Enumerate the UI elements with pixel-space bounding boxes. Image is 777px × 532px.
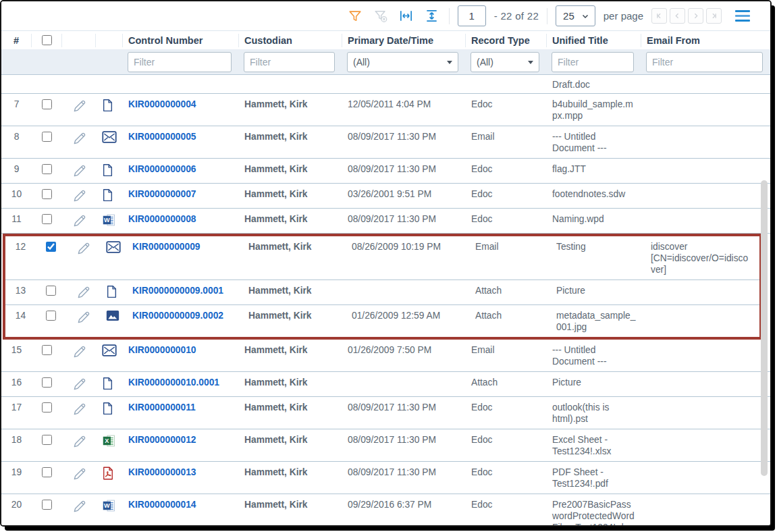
table-row: 14KIR0000000009.0002Hammett, Kirk01/26/2… [5,305,759,337]
record-type: Email [466,126,547,147]
table-row: 16KIR0000000010.0001Hammett, KirkAttachP… [1,372,770,397]
unified-title: flag.JTT [547,159,641,179]
custodian-filter-input[interactable] [244,52,335,72]
record-type-filter-select[interactable]: (All) [471,52,539,72]
control-number-link[interactable]: KIR0000000009.0002 [132,311,223,321]
unified-title-filter-input[interactable] [552,52,634,72]
row-checkbox[interactable] [42,500,52,510]
previous-page-button[interactable] [670,8,685,24]
primary-date-filter-select[interactable]: (All) [347,52,458,72]
record-type: Attach [470,280,551,300]
row-checkbox[interactable] [42,467,52,477]
custodian: Hammett, Kirk [239,462,342,482]
email-from [641,209,770,217]
control-number-link[interactable]: KIR0000000010 [128,345,196,355]
control-number-link[interactable]: KIR0000000013 [128,467,196,477]
table-row: 18XKIR0000000012Hammett, Kirk08/09/2017 … [1,429,770,462]
fit-column-width-icon[interactable] [398,7,415,25]
next-page-button[interactable] [688,8,703,24]
column-header-number[interactable]: # [1,34,32,47]
custodian: Hammett, Kirk [239,126,342,147]
edit-icon[interactable] [72,467,87,482]
column-header-record-type[interactable]: Record Type [466,34,547,47]
custodian: Hammett, Kirk [243,236,346,257]
control-number-link[interactable]: KIR0000000009 [132,242,200,252]
record-type: Email [470,236,551,257]
select-all-checkbox[interactable] [42,35,52,45]
control-number-link[interactable]: KIR0000000014 [128,500,196,510]
row-checkbox[interactable] [46,286,56,296]
table-row: 8KIR0000000005Hammett, Kirk08/09/2017 11… [1,126,770,159]
row-checkbox[interactable] [46,311,56,321]
control-number-link[interactable]: KIR0000000007 [128,189,196,199]
row-checkbox[interactable] [42,164,52,174]
control-number-link[interactable]: KIR0000000010.0001 [128,377,219,388]
grid-menu-icon[interactable] [735,10,750,22]
edit-icon[interactable] [72,188,87,204]
edit-icon[interactable] [72,402,87,417]
control-number-link[interactable]: KIR0000000006 [128,164,196,174]
vertical-scrollbar-thumb[interactable] [761,180,768,476]
row-checkbox[interactable] [42,377,52,388]
custodian: Hammett, Kirk [239,209,342,229]
table-row: 19KIR0000000013Hammett, Kirk08/09/2017 1… [1,462,770,494]
row-checkbox[interactable] [42,402,52,413]
edit-icon[interactable] [76,241,91,257]
column-header-email-from[interactable]: Email From [641,34,770,47]
row-checkbox[interactable] [42,132,52,142]
unified-title: metadata_sample_001.jpg [551,305,645,337]
record-type: Edoc [466,429,547,450]
column-header-filetype [96,34,123,47]
control-number-link[interactable]: KIR0000000011 [128,402,196,413]
edit-icon[interactable] [72,434,87,450]
filter-clear-icon[interactable] [372,7,390,25]
last-page-button[interactable] [706,8,722,24]
control-number-filter-input[interactable] [128,52,232,72]
edit-icon[interactable] [72,163,87,179]
custodian: Hammett, Kirk [239,494,342,514]
email-from [641,494,770,503]
primary-date: 03/26/2001 9:51 PM [342,184,466,204]
row-checkbox[interactable] [42,189,52,199]
filter-funnel-icon[interactable] [346,7,364,25]
edit-icon[interactable] [72,131,87,147]
record-type: Attach [466,372,547,392]
row-number: 15 [1,340,32,360]
edit-icon[interactable] [76,310,91,325]
table-row: 20WKIR0000000014Hammett, Kirk09/29/2016 … [1,494,770,527]
row-checkbox[interactable] [42,345,52,355]
row-checkbox[interactable] [42,435,52,445]
column-header-primary-date[interactable]: Primary Date/Time [342,34,466,47]
edit-icon[interactable] [72,499,87,514]
edit-icon[interactable] [72,213,87,229]
primary-date: 08/26/2009 10:19 PM [346,236,470,257]
first-page-button[interactable] [651,8,667,24]
column-header-control-number[interactable]: Control Number [123,34,239,47]
fit-row-height-icon[interactable] [423,7,441,25]
edit-icon[interactable] [72,377,87,392]
column-header-custodian[interactable]: Custodian [239,34,342,47]
custodian: Hammett, Kirk [239,429,342,450]
control-number-link[interactable]: KIR0000000004 [128,99,196,109]
page-number-input[interactable] [458,5,486,26]
column-header-unified-title[interactable]: Unified Title [547,34,641,47]
control-number-link[interactable]: KIR0000000009.0001 [132,286,223,296]
edit-icon[interactable] [72,344,87,360]
table-row: 10KIR0000000007Hammett, Kirk03/26/2001 9… [1,184,770,209]
svg-text:W: W [104,502,110,509]
row-checkbox[interactable] [46,242,56,252]
edit-icon[interactable] [72,99,87,114]
email-from-filter-input[interactable] [646,52,763,72]
row-checkbox[interactable] [42,99,52,109]
unified-title: footendnotes.sdw [547,184,641,204]
primary-date: 08/09/2017 11:30 PM [342,209,466,229]
custodian: Hammett, Kirk [239,159,342,179]
page-size-select[interactable]: 25 [556,5,595,26]
control-number-link[interactable]: KIR0000000005 [128,132,196,142]
unified-title: Draft.doc [547,80,641,93]
highlight-annotation-box: 12KIR0000000009Hammett, Kirk08/26/2009 1… [3,234,762,340]
control-number-link[interactable]: KIR0000000008 [128,214,196,224]
edit-icon[interactable] [76,285,91,300]
control-number-link[interactable]: KIR0000000012 [128,435,196,445]
row-checkbox[interactable] [42,214,52,224]
